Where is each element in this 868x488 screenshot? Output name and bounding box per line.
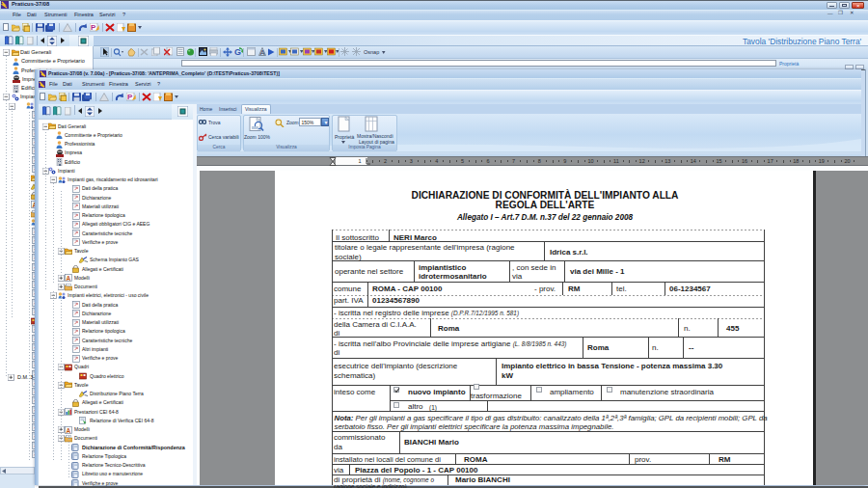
svg-text:P: P: [91, 23, 96, 32]
svg-text:P: P: [127, 93, 133, 101]
svg-text:A: A: [67, 426, 71, 433]
svg-text:A: A: [67, 275, 71, 282]
svg-text:A: A: [260, 49, 265, 56]
